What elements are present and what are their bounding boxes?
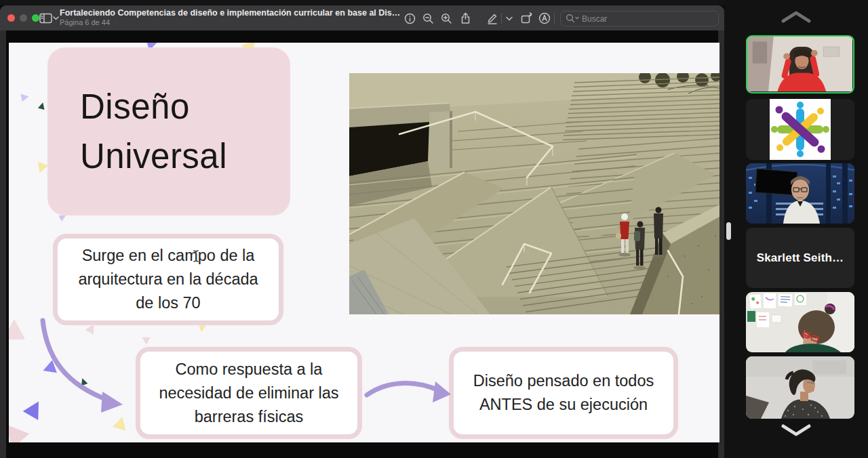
toolbar-divider	[554, 13, 555, 24]
confetti-triangle	[9, 319, 25, 339]
participants-sidebar: Skarlett Seith…	[724, 0, 868, 458]
document-area: Diseño Universal	[0, 30, 724, 458]
box-line: arquitectura en la década	[78, 268, 258, 291]
participant-5-video	[746, 292, 854, 352]
zoom-out-icon[interactable]	[420, 10, 436, 26]
share-icon[interactable]	[457, 10, 473, 26]
markup-chevron-down-icon[interactable]	[505, 10, 514, 26]
participant-6-video	[746, 356, 854, 419]
participant-name-card[interactable]: Skarlett Seith…	[746, 228, 854, 288]
info-icon[interactable]	[401, 10, 418, 26]
box-line: necesidad de eliminar las	[159, 381, 338, 405]
confetti-triangle	[38, 102, 46, 110]
search-icon	[566, 14, 580, 24]
zoom-in-icon[interactable]	[438, 10, 454, 26]
slide-box-diseno-pensado: Diseño pensado en todos ANTES de su ejec…	[449, 347, 678, 439]
slide-box-respuesta: Como respuesta a la necesidad de elimina…	[136, 347, 362, 439]
organization-logo	[746, 99, 854, 160]
minimize-button[interactable]	[20, 14, 27, 22]
scroll-up-button[interactable]	[724, 11, 868, 23]
box-line: Como respuesta a la	[176, 358, 323, 381]
box-line: ANTES de su ejecución	[479, 393, 648, 417]
close-button[interactable]	[7, 14, 15, 22]
confetti-triangle	[113, 415, 129, 431]
markup-icon[interactable]	[484, 10, 500, 26]
box-line: Surge en el campo de la	[82, 244, 255, 268]
highlight-icon[interactable]	[536, 10, 553, 26]
confetti-triangle	[21, 93, 30, 102]
search-input[interactable]	[580, 14, 698, 24]
confetti-triangle	[9, 417, 29, 442]
participant-video-active[interactable]	[746, 35, 854, 93]
document-title: Fortaleciendo Competencias de diseño e i…	[60, 8, 402, 18]
participant-1-video	[747, 37, 852, 91]
chevron-down-icon	[781, 424, 812, 436]
slide-title-box: Diseño Universal	[47, 47, 290, 215]
toolbar-divider	[501, 13, 502, 24]
participant-logo-tile[interactable]	[746, 99, 854, 160]
box-line: Diseño pensado en todos	[473, 369, 654, 393]
chevron-up-icon	[781, 11, 812, 23]
confetti-triangle	[79, 377, 88, 386]
participant-video[interactable]	[746, 163, 854, 224]
window-edge	[0, 30, 6, 458]
participant-3-video	[746, 163, 854, 224]
confetti-triangle	[23, 397, 47, 420]
titlebar: Fortaleciendo Competencias de diseño e i…	[0, 5, 724, 30]
slide-title: Diseño Universal	[80, 82, 283, 182]
preview-window: Fortaleciendo Competencias de diseño e i…	[0, 5, 724, 458]
zoom-meeting-screen: Fortaleciendo Competencias de diseño e i…	[0, 0, 868, 458]
participant-name: Skarlett Seith…	[757, 251, 844, 265]
page-indicator: Página 6 de 44	[60, 18, 402, 26]
confetti-triangle	[41, 360, 57, 377]
box-line: de los 70	[136, 291, 200, 315]
participant-video[interactable]	[746, 356, 854, 419]
text-cursor-icon	[192, 249, 200, 263]
participant-video[interactable]	[746, 292, 854, 352]
confetti-triangle	[140, 334, 151, 345]
pdf-slide: Diseño Universal	[9, 43, 719, 442]
scroll-down-button[interactable]	[724, 424, 868, 436]
search-field[interactable]	[560, 11, 719, 26]
sidebar-chevron-down-icon[interactable]	[52, 10, 60, 26]
box-line: barreras físicas	[195, 405, 304, 429]
stairs-ramp-photo	[349, 73, 719, 314]
slide-box-surge: Surge en el campo de la arquitectura en …	[53, 234, 283, 325]
confetti-triangle	[35, 162, 48, 175]
sidebar-resize-handle[interactable]	[726, 222, 731, 240]
rotate-icon[interactable]	[518, 10, 534, 26]
title-block: Fortaleciendo Competencias de diseño e i…	[60, 8, 402, 26]
